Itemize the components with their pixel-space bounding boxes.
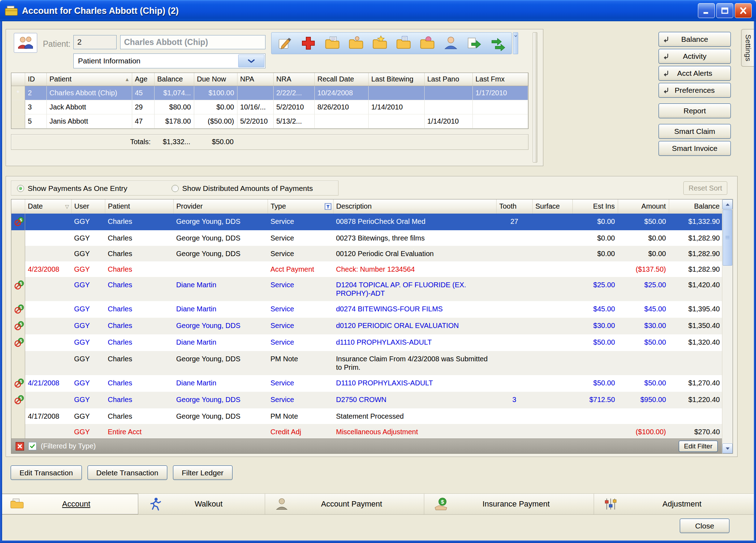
cell-patient: Charles <box>105 301 173 318</box>
family-grid-row[interactable]: 3Jack Abbott29$80.00$0.0010/16/...5/2/20… <box>11 100 528 114</box>
patient-id-field[interactable]: 2 <box>73 35 117 49</box>
column-header-date[interactable]: Date▽ <box>25 199 71 214</box>
column-header-description[interactable]: Description <box>333 199 496 214</box>
ledger-row[interactable]: $GGYCharlesDiane MartinServiceD1204 TOPI… <box>11 277 722 301</box>
column-header-last-bitewing[interactable]: Last Bitewing <box>368 73 424 86</box>
column-header-npa[interactable]: NPA <box>237 73 273 86</box>
documents-icon[interactable] <box>392 34 414 52</box>
ledger-scrollbar[interactable] <box>722 199 733 453</box>
row-selector-cell: * <box>11 86 25 100</box>
column-header-est-ins[interactable]: Est Ins <box>572 199 618 214</box>
tab-adjustment[interactable]: Adjustment <box>594 494 756 514</box>
smart-invoice-button[interactable]: Smart Invoice <box>659 141 731 156</box>
patient-picture-icon[interactable] <box>416 34 438 52</box>
batch-process-icon[interactable] <box>487 34 509 52</box>
column-header-due-now[interactable]: Due Now <box>194 73 237 86</box>
ledger-row[interactable]: $GGYCharlesDiane MartinServiced0274 BITE… <box>11 301 722 318</box>
column-header-provider[interactable]: Provider <box>173 199 268 214</box>
acct-alerts-button[interactable]: Acct Alerts <box>659 66 731 81</box>
ledger-row[interactable]: GGYCharlesGeorge Young, DDSService00120 … <box>11 246 722 261</box>
maximize-button[interactable] <box>716 3 733 18</box>
clear-filter-icon[interactable] <box>16 442 24 451</box>
radio-one-entry[interactable]: Show Payments As One Entry <box>17 181 127 196</box>
scroll-up-icon[interactable] <box>722 199 733 209</box>
family-grid-row[interactable]: *2Charles Abbott (Chip)45$1,074...$100.0… <box>11 86 528 100</box>
cell-age: 29 <box>132 100 154 114</box>
tab-settings[interactable]: Settings <box>741 29 754 67</box>
cell-provider: Diane Martin <box>173 375 268 392</box>
cell-id: 3 <box>25 100 46 114</box>
cell-last-fmx <box>472 100 528 114</box>
ledger-row[interactable]: $GGYCharlesDiane MartinServiced1110 PROP… <box>11 334 722 351</box>
column-header-user[interactable]: User <box>71 199 105 214</box>
family-grid-row[interactable]: 5Janis Abbott47$178.00($50.00)5/2/20105/… <box>11 114 528 128</box>
tab-account-payment[interactable]: Account Payment <box>265 494 424 514</box>
minimize-button[interactable] <box>698 3 715 18</box>
column-header-patient[interactable]: Patient <box>105 199 173 214</box>
chevron-down-icon[interactable] <box>238 55 264 67</box>
column-header-tooth[interactable]: Tooth <box>496 199 532 214</box>
patient-notes-icon[interactable] <box>321 34 343 52</box>
column-header-recall-date[interactable]: Recall Date <box>314 73 368 86</box>
column-header-surface[interactable]: Surface <box>532 199 572 214</box>
tab-walkout[interactable]: Walkout <box>138 494 265 514</box>
radio-distributed-label: Show Distributed Amounts of Payments <box>182 184 313 193</box>
radio-distributed[interactable]: Show Distributed Amounts of Payments <box>172 181 313 196</box>
column-filter-icon[interactable] <box>325 203 331 210</box>
close-button[interactable]: Close <box>680 519 729 533</box>
balance-button[interactable]: Balance <box>659 32 731 47</box>
ledger-row[interactable]: $GGYCharlesGeorge Young, DDSService00878… <box>11 214 722 230</box>
ledger-row[interactable]: $4/21/2008GGYCharlesDiane MartinServiceD… <box>11 375 722 392</box>
ledger-row[interactable]: GGYCharlesGeorge Young, DDSPM NoteInsura… <box>11 351 722 375</box>
ledger-panel: Show Payments As One Entry Show Distribu… <box>6 176 738 457</box>
column-header-patient[interactable]: Patient▲ <box>46 73 132 86</box>
scroll-down-icon[interactable] <box>722 443 733 453</box>
column-header-type[interactable]: Type <box>268 199 333 214</box>
tab-account[interactable]: Account <box>0 494 138 514</box>
cell-surface <box>532 318 572 334</box>
smart-claim-button[interactable]: Smart Claim <box>659 124 731 139</box>
cell-balance: $1,282.90 <box>669 246 722 261</box>
patient-info-dropdown[interactable]: Patient Information <box>73 53 265 68</box>
cell-type: Service <box>268 392 333 408</box>
column-header-nra[interactable]: NRA <box>273 73 314 86</box>
claim-status-cell: $ <box>11 392 25 408</box>
patient-alerts-icon[interactable] <box>369 34 391 52</box>
reset-sort-button[interactable]: Reset Sort <box>683 181 727 195</box>
close-window-icon[interactable] <box>735 3 752 18</box>
cell-amount <box>618 351 669 375</box>
edit-transaction-button[interactable]: Edit Transaction <box>11 465 82 480</box>
medical-alerts-icon[interactable] <box>297 34 319 52</box>
scroll-thumb[interactable] <box>723 210 732 266</box>
column-header-balance[interactable]: Balance <box>154 73 194 86</box>
ledger-row[interactable]: GGYEntire AcctCredit AdjMiscellaneous Ad… <box>11 424 722 439</box>
column-header-balance[interactable]: Balance <box>669 199 722 214</box>
filter-ledger-button[interactable]: Filter Ledger <box>173 465 233 480</box>
column-header-amount[interactable]: Amount <box>618 199 669 214</box>
send-claim-icon[interactable] <box>464 34 486 52</box>
edit-filter-button[interactable]: Edit Filter <box>679 441 718 452</box>
ledger-row[interactable]: $GGYCharlesGeorge Young, DDSServiceD2750… <box>11 392 722 408</box>
report-button[interactable]: Report <box>659 103 731 118</box>
column-header-id[interactable]: ID <box>25 73 46 86</box>
toolbar-overflow-icon[interactable] <box>513 32 518 54</box>
ledger-row[interactable]: 4/23/2008GGYCharlesAcct PaymentCheck: Nu… <box>11 261 722 277</box>
ledger-row[interactable]: $GGYCharlesGeorge Young, DDSServiced0120… <box>11 318 722 334</box>
button-label: Balance <box>681 35 708 44</box>
patient-file-icon[interactable] <box>345 34 367 52</box>
column-header-age[interactable]: Age <box>132 73 154 86</box>
filter-checkbox[interactable] <box>28 442 37 450</box>
tab-insurance-payment[interactable]: $Insurance Payment <box>424 494 594 514</box>
ledger-row[interactable]: 4/17/2008GGYCharlesGeorge Young, DDSPM N… <box>11 408 722 424</box>
patient-info-icon[interactable] <box>440 34 462 52</box>
edit-note-icon[interactable] <box>274 34 296 52</box>
column-header-last-pano[interactable]: Last Pano <box>424 73 472 86</box>
scroll-track[interactable] <box>722 266 733 443</box>
delete-transaction-button[interactable]: Delete Transaction <box>88 465 167 480</box>
column-header-last-fmx[interactable]: Last Fmx <box>472 73 528 86</box>
walkout-icon <box>147 497 162 511</box>
preferences-button[interactable]: Preferences <box>659 83 731 98</box>
cell-tooth <box>496 246 532 261</box>
activity-button[interactable]: Activity <box>659 49 731 64</box>
ledger-row[interactable]: GGYCharlesGeorge Young, DDSService00273 … <box>11 230 722 246</box>
